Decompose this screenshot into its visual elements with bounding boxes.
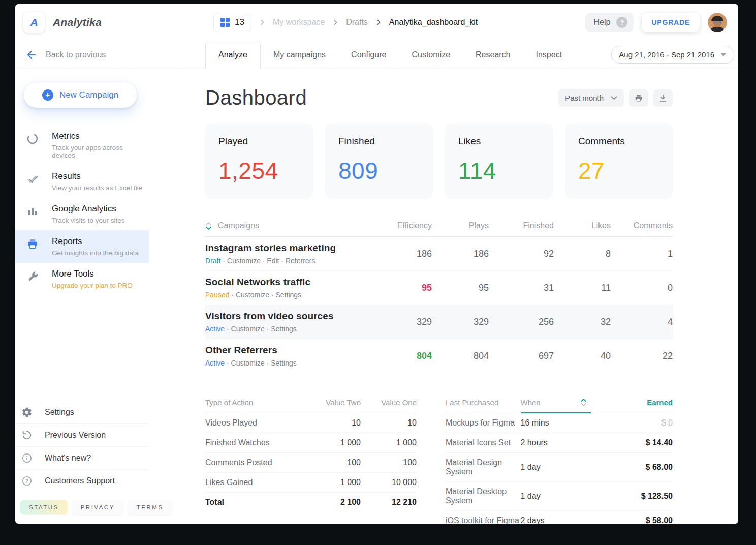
breadcrumb-item-current[interactable]: Analytika_dashboard_kit — [389, 18, 478, 27]
table-row: iOS toolkit for Figma 2 days $ 58.00 — [446, 511, 673, 524]
sidebar-item-google-analytics[interactable]: Google Analytics Track visits to your si… — [15, 198, 149, 230]
help-label: Help — [593, 18, 610, 27]
cell-finished: 31 — [489, 283, 554, 293]
column-plays[interactable]: Plays — [432, 221, 489, 230]
column-finished[interactable]: Finished — [489, 221, 554, 230]
date-range-selector[interactable]: Aug 21, 2016 · Sep 21 2016 — [611, 46, 734, 64]
nav-subtitle: Track visits to your sites — [52, 217, 125, 224]
upgrade-button[interactable]: UPGRADE — [642, 13, 700, 32]
column-campaigns[interactable]: Campaigns — [205, 221, 375, 230]
side-link-label: Settings — [45, 408, 74, 417]
terms-link[interactable]: TERMS — [128, 500, 172, 514]
cell-efficiency: 186 — [375, 249, 432, 259]
campaign-row[interactable]: Social Networks traffic Paused · Customi… — [205, 271, 673, 305]
column-value-one: Value One — [361, 398, 417, 407]
chevron-right-icon — [332, 19, 339, 26]
period-label: Past month — [565, 94, 604, 102]
period-selector[interactable]: Past month — [558, 89, 624, 107]
brand-group: A Analytika — [23, 12, 213, 33]
cell-plays: 329 — [432, 317, 489, 327]
user-avatar[interactable] — [708, 13, 727, 32]
plus-icon: + — [42, 89, 53, 101]
cell-efficiency: 95 — [375, 283, 432, 293]
back-button[interactable]: Back to previous — [15, 41, 205, 69]
breadcrumb-item-drafts[interactable]: Drafts — [346, 18, 368, 27]
printer-icon — [634, 94, 643, 103]
column-efficiency[interactable]: Efficiency — [375, 221, 432, 230]
column-likes[interactable]: Likes — [554, 221, 611, 230]
column-when[interactable]: When — [521, 398, 598, 407]
sidebar-item-metrics[interactable]: Metrics Track your apps across devices — [15, 125, 149, 165]
nav-title: Google Analytics — [52, 204, 125, 214]
stat-label: Comments — [578, 136, 659, 147]
privacy-link[interactable]: PRIVACY — [72, 500, 123, 514]
download-button[interactable] — [653, 89, 673, 107]
sidebar-item-whats-new[interactable]: What's new? — [15, 446, 149, 469]
sidebar-item-previous-version[interactable]: Previous Version — [15, 423, 149, 446]
nav-row: Back to previous Analyze My campaigns Co… — [15, 41, 738, 69]
pages-pill[interactable]: 13 — [213, 13, 251, 32]
campaign-row[interactable]: Instagram stories marketing Draft · Cust… — [205, 237, 673, 271]
cell-plays: 95 — [432, 283, 489, 293]
campaign-links[interactable]: · Customize · Edit · Referrers — [220, 257, 315, 265]
stat-card-finished: Finished 809 — [325, 124, 433, 199]
history-icon — [21, 430, 33, 441]
stat-card-likes: Likes 114 — [445, 124, 553, 199]
sidebar-item-reports[interactable]: Reports Get insights into the big data — [15, 230, 149, 263]
column-comments[interactable]: Comments — [611, 221, 673, 230]
tab-analyze[interactable]: Analyze — [205, 41, 261, 69]
campaign-row[interactable]: Visitors from video sources Active · Cus… — [205, 305, 673, 339]
brand-name: Analytika — [53, 16, 102, 28]
stat-label: Finished — [338, 136, 420, 147]
campaign-links[interactable]: · Customize · Settings — [225, 359, 297, 367]
side-link-label: What's new? — [45, 453, 91, 463]
tab-research[interactable]: Research — [463, 41, 523, 69]
sidebar-item-settings[interactable]: Settings — [15, 401, 149, 423]
nav-row-right: Aug 21, 2016 · Sep 21 2016 — [575, 41, 738, 69]
campaign-links[interactable]: · Customize · Settings — [229, 291, 301, 299]
chevron-right-icon — [375, 19, 382, 26]
cell-plays: 804 — [432, 351, 489, 361]
tab-configure[interactable]: Configure — [338, 41, 399, 69]
sort-icon — [580, 398, 587, 407]
tab-bar: Analyze My campaigns Configure Customize… — [205, 41, 575, 69]
column-earned[interactable]: Earned — [598, 398, 673, 407]
wrench-icon — [26, 270, 39, 283]
campaign-name: Social Networks traffic — [205, 277, 375, 288]
campaign-links[interactable]: · Customize · Settings — [225, 325, 297, 333]
double-check-icon — [26, 173, 39, 185]
tab-my-campaigns[interactable]: My campaigns — [261, 41, 338, 69]
tab-inspect[interactable]: Inspect — [523, 41, 575, 69]
status-link[interactable]: STATUS — [20, 500, 68, 514]
sidebar-item-more-tools[interactable]: More Tools Upgrade your plan to PRO — [15, 263, 149, 295]
campaign-name: Other Referrers — [205, 345, 375, 356]
tab-customize[interactable]: Customize — [399, 41, 463, 69]
campaign-name: Instagram stories marketing — [205, 243, 375, 254]
sidebar-item-customers-support[interactable]: ? Customers Support — [15, 469, 149, 492]
purchases-table: Last Purchased When Earned Mockups for F… — [446, 398, 673, 524]
caret-down-icon — [720, 53, 727, 57]
help-button[interactable]: Help ? — [585, 13, 634, 32]
sidebar-item-results[interactable]: Results View your results as Excel file — [15, 165, 149, 198]
stat-value: 809 — [338, 157, 420, 185]
page-title: Dashboard — [205, 86, 307, 109]
nav-title: Results — [52, 171, 142, 181]
ring-icon — [26, 133, 39, 145]
cell-likes: 32 — [554, 317, 611, 327]
topbar-right: Help ? UPGRADE — [585, 13, 727, 32]
stat-label: Played — [218, 136, 300, 147]
print-button[interactable] — [629, 89, 648, 107]
breadcrumb-item-workspace[interactable]: My workspace — [273, 18, 325, 27]
app-window: A Analytika 13 My workspace Drafts Ana — [15, 4, 738, 524]
app-logo[interactable]: A — [23, 12, 45, 33]
nav-title: Reports — [52, 236, 139, 247]
cell-likes: 8 — [554, 249, 611, 259]
new-campaign-button[interactable]: + New Campaign — [24, 82, 137, 108]
table-row: Videos Played 10 10 — [205, 413, 417, 433]
cell-likes: 11 — [554, 283, 611, 293]
campaign-row[interactable]: Other Referrers Active · Customize · Set… — [205, 339, 673, 373]
cell-comments: 1 — [611, 249, 673, 259]
side-link-label: Customers Support — [45, 476, 115, 486]
sidebar: + New Campaign Metrics Track your apps a… — [15, 69, 205, 524]
cell-finished: 256 — [489, 317, 554, 327]
